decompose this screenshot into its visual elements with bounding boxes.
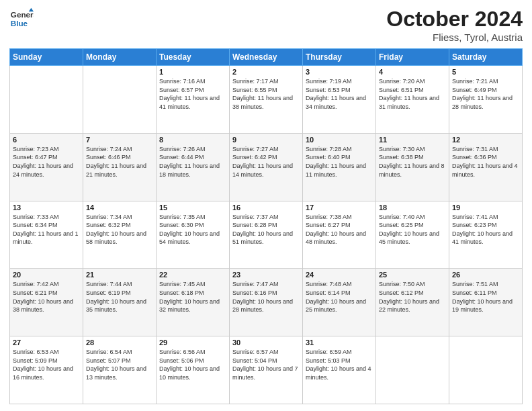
cell-info-1-3: Sunrise: 7:27 AMSunset: 6:42 PMDaylight:… xyxy=(232,145,300,179)
day-number-3-0: 20 xyxy=(13,271,80,279)
cell-0-0 xyxy=(10,66,83,134)
col-sunday: Sunday xyxy=(10,49,83,66)
cell-2-4: 17Sunrise: 7:38 AMSunset: 6:27 PMDayligh… xyxy=(303,201,376,269)
cell-1-6: 12Sunrise: 7:31 AMSunset: 6:36 PMDayligh… xyxy=(449,133,523,201)
col-wednesday: Wednesday xyxy=(230,49,303,66)
cell-info-1-5: Sunrise: 7:30 AMSunset: 6:38 PMDaylight:… xyxy=(379,145,446,179)
day-number-4-1: 28 xyxy=(86,338,153,347)
day-number-1-1: 7 xyxy=(86,136,153,144)
day-number-1-4: 10 xyxy=(306,136,373,144)
cell-info-2-3: Sunrise: 7:37 AMSunset: 6:28 PMDaylight:… xyxy=(232,213,300,246)
day-number-0-6: 5 xyxy=(452,68,519,76)
cell-0-6: 5Sunrise: 7:21 AMSunset: 6:49 PMDaylight… xyxy=(449,66,523,134)
title-month: October 2024 xyxy=(386,7,523,32)
day-number-4-2: 29 xyxy=(159,338,226,347)
cell-0-5: 4Sunrise: 7:20 AMSunset: 6:51 PMDaylight… xyxy=(376,66,449,134)
cell-1-3: 9Sunrise: 7:27 AMSunset: 6:42 PMDaylight… xyxy=(230,133,303,201)
cell-info-3-6: Sunrise: 7:51 AMSunset: 6:11 PMDaylight:… xyxy=(452,280,519,314)
day-number-0-5: 4 xyxy=(379,68,446,76)
cell-2-5: 18Sunrise: 7:40 AMSunset: 6:25 PMDayligh… xyxy=(376,201,449,269)
cell-4-1: 28Sunrise: 6:54 AMSunset: 5:07 PMDayligh… xyxy=(83,336,157,404)
cell-0-3: 2Sunrise: 7:17 AMSunset: 6:55 PMDaylight… xyxy=(230,66,303,134)
cell-2-6: 19Sunrise: 7:41 AMSunset: 6:23 PMDayligh… xyxy=(449,201,523,269)
cell-info-1-0: Sunrise: 7:23 AMSunset: 6:47 PMDaylight:… xyxy=(13,145,80,179)
cell-info-4-3: Sunrise: 6:57 AMSunset: 5:04 PMDaylight:… xyxy=(232,348,300,381)
week-row-1: 6Sunrise: 7:23 AMSunset: 6:47 PMDaylight… xyxy=(10,133,523,201)
cell-info-1-2: Sunrise: 7:26 AMSunset: 6:44 PMDaylight:… xyxy=(159,145,226,179)
cell-info-3-1: Sunrise: 7:44 AMSunset: 6:19 PMDaylight:… xyxy=(86,280,153,314)
page: General Blue October 2024 Fliess, Tyrol,… xyxy=(0,0,532,411)
cell-info-0-5: Sunrise: 7:20 AMSunset: 6:51 PMDaylight:… xyxy=(379,77,446,111)
week-row-0: 1Sunrise: 7:16 AMSunset: 6:57 PMDaylight… xyxy=(10,66,523,134)
cell-info-4-2: Sunrise: 6:56 AMSunset: 5:06 PMDaylight:… xyxy=(159,348,226,381)
day-number-3-2: 22 xyxy=(159,271,226,279)
week-row-2: 13Sunrise: 7:33 AMSunset: 6:34 PMDayligh… xyxy=(10,201,523,269)
cell-info-1-1: Sunrise: 7:24 AMSunset: 6:46 PMDaylight:… xyxy=(86,145,153,179)
week-row-4: 27Sunrise: 6:53 AMSunset: 5:09 PMDayligh… xyxy=(10,336,523,404)
cell-info-3-4: Sunrise: 7:48 AMSunset: 6:14 PMDaylight:… xyxy=(306,280,373,314)
cell-0-2: 1Sunrise: 7:16 AMSunset: 6:57 PMDaylight… xyxy=(157,66,230,134)
cell-4-4: 31Sunrise: 6:59 AMSunset: 5:03 PMDayligh… xyxy=(303,336,376,404)
day-number-2-0: 13 xyxy=(13,203,80,212)
day-number-1-2: 8 xyxy=(159,136,226,144)
cell-3-4: 24Sunrise: 7:48 AMSunset: 6:14 PMDayligh… xyxy=(303,269,376,336)
day-number-2-6: 19 xyxy=(452,203,519,212)
day-number-2-1: 14 xyxy=(86,203,153,212)
cell-2-2: 15Sunrise: 7:35 AMSunset: 6:30 PMDayligh… xyxy=(157,201,230,269)
cell-0-1 xyxy=(83,66,157,134)
cell-info-0-3: Sunrise: 7:17 AMSunset: 6:55 PMDaylight:… xyxy=(232,77,300,111)
cell-info-3-3: Sunrise: 7:47 AMSunset: 6:16 PMDaylight:… xyxy=(232,280,300,314)
col-monday: Monday xyxy=(83,49,157,66)
day-number-1-0: 6 xyxy=(13,136,80,144)
logo-icon: General Blue xyxy=(9,7,34,31)
day-number-4-4: 31 xyxy=(306,338,373,347)
cell-4-2: 29Sunrise: 6:56 AMSunset: 5:06 PMDayligh… xyxy=(157,336,230,404)
cell-2-1: 14Sunrise: 7:34 AMSunset: 6:32 PMDayligh… xyxy=(83,201,157,269)
cell-info-2-4: Sunrise: 7:38 AMSunset: 6:27 PMDaylight:… xyxy=(306,213,373,246)
cell-1-4: 10Sunrise: 7:28 AMSunset: 6:40 PMDayligh… xyxy=(303,133,376,201)
header: General Blue October 2024 Fliess, Tyrol,… xyxy=(9,7,523,43)
cell-info-3-2: Sunrise: 7:45 AMSunset: 6:18 PMDaylight:… xyxy=(159,280,226,314)
cell-1-2: 8Sunrise: 7:26 AMSunset: 6:44 PMDaylight… xyxy=(157,133,230,201)
cell-2-3: 16Sunrise: 7:37 AMSunset: 6:28 PMDayligh… xyxy=(230,201,303,269)
day-number-4-0: 27 xyxy=(13,338,80,347)
cell-4-6 xyxy=(449,336,523,404)
cell-4-0: 27Sunrise: 6:53 AMSunset: 5:09 PMDayligh… xyxy=(10,336,83,404)
cell-3-2: 22Sunrise: 7:45 AMSunset: 6:18 PMDayligh… xyxy=(157,269,230,336)
cell-info-1-4: Sunrise: 7:28 AMSunset: 6:40 PMDaylight:… xyxy=(306,145,373,179)
day-number-3-6: 26 xyxy=(452,271,519,279)
cell-info-2-6: Sunrise: 7:41 AMSunset: 6:23 PMDaylight:… xyxy=(452,213,519,246)
svg-text:Blue: Blue xyxy=(11,19,28,28)
day-number-2-3: 16 xyxy=(232,203,300,212)
cell-0-4: 3Sunrise: 7:19 AMSunset: 6:53 PMDaylight… xyxy=(303,66,376,134)
day-number-2-5: 18 xyxy=(379,203,446,212)
day-number-4-3: 30 xyxy=(232,338,300,347)
cell-info-2-1: Sunrise: 7:34 AMSunset: 6:32 PMDaylight:… xyxy=(86,213,153,246)
day-number-0-4: 3 xyxy=(306,68,373,76)
cell-info-1-6: Sunrise: 7:31 AMSunset: 6:36 PMDaylight:… xyxy=(452,145,519,179)
cell-1-1: 7Sunrise: 7:24 AMSunset: 6:46 PMDaylight… xyxy=(83,133,157,201)
calendar-table: Sunday Monday Tuesday Wednesday Thursday… xyxy=(9,48,523,404)
col-friday: Friday xyxy=(376,49,449,66)
day-number-1-5: 11 xyxy=(379,136,446,144)
title-section: October 2024 Fliess, Tyrol, Austria xyxy=(386,7,523,43)
cell-3-3: 23Sunrise: 7:47 AMSunset: 6:16 PMDayligh… xyxy=(230,269,303,336)
cell-4-5 xyxy=(376,336,449,404)
day-number-3-1: 21 xyxy=(86,271,153,279)
day-number-1-6: 12 xyxy=(452,136,519,144)
col-tuesday: Tuesday xyxy=(157,49,230,66)
cell-1-0: 6Sunrise: 7:23 AMSunset: 6:47 PMDaylight… xyxy=(10,133,83,201)
cell-info-3-0: Sunrise: 7:42 AMSunset: 6:21 PMDaylight:… xyxy=(13,280,80,314)
col-saturday: Saturday xyxy=(449,49,523,66)
cell-2-0: 13Sunrise: 7:33 AMSunset: 6:34 PMDayligh… xyxy=(10,201,83,269)
cell-info-2-5: Sunrise: 7:40 AMSunset: 6:25 PMDaylight:… xyxy=(379,213,446,246)
cell-info-4-0: Sunrise: 6:53 AMSunset: 5:09 PMDaylight:… xyxy=(13,348,80,381)
col-thursday: Thursday xyxy=(303,49,376,66)
cell-3-6: 26Sunrise: 7:51 AMSunset: 6:11 PMDayligh… xyxy=(449,269,523,336)
day-number-1-3: 9 xyxy=(232,136,300,144)
cell-1-5: 11Sunrise: 7:30 AMSunset: 6:38 PMDayligh… xyxy=(376,133,449,201)
logo: General Blue xyxy=(9,7,36,31)
day-number-0-3: 2 xyxy=(232,68,300,76)
cell-info-4-4: Sunrise: 6:59 AMSunset: 5:03 PMDaylight:… xyxy=(306,348,373,381)
cell-info-0-6: Sunrise: 7:21 AMSunset: 6:49 PMDaylight:… xyxy=(452,77,519,111)
